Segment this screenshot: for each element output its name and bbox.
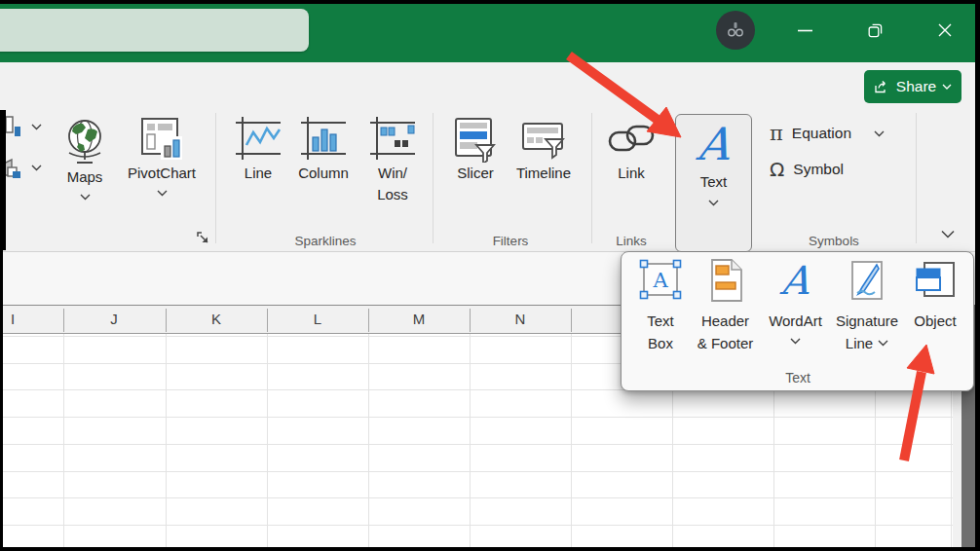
menu-item-text-box[interactable]: A Text Box [631, 258, 690, 354]
column-header[interactable]: L [296, 311, 339, 327]
group-divider [433, 113, 433, 243]
minimize-button[interactable] [787, 14, 822, 47]
close-button[interactable] [927, 14, 962, 47]
links-group-label: Links [597, 234, 665, 248]
chevron-down-icon [708, 200, 719, 206]
chevron-down-icon [790, 338, 801, 345]
menu-item-label: & Footer [697, 332, 754, 354]
header-column-divider [267, 309, 268, 332]
column-header[interactable]: M [397, 311, 440, 327]
symbols-group-label: Symbols [800, 234, 868, 248]
share-button[interactable]: Share [864, 70, 961, 103]
wordart-icon: A [779, 258, 812, 303]
menu-item-label: Signature [836, 310, 898, 332]
globe-icon [61, 116, 108, 166]
menu-item-label: Box [648, 332, 673, 354]
sparkline-column-button[interactable]: Column [290, 116, 357, 184]
grid-line-horizontal [0, 444, 953, 445]
window-edge-left-wide [0, 110, 6, 250]
group-divider [215, 113, 216, 243]
collapse-ribbon-button[interactable] [935, 224, 961, 243]
menu-item-label: Text [647, 310, 674, 332]
grid-line-vertical [368, 334, 369, 547]
grid-line-vertical [267, 334, 268, 547]
chevron-down-icon [874, 130, 885, 137]
sparkline-winloss-label-2: Loss [377, 184, 408, 205]
grid-line-horizontal [0, 497, 953, 498]
sparkline-winloss-icon [368, 116, 417, 163]
equation-icon: π [770, 122, 783, 145]
grid-line-vertical [571, 334, 572, 547]
menu-item-object[interactable]: Object [904, 258, 966, 332]
filters-group-label: Filters [476, 234, 545, 248]
menu-item-signature-line[interactable]: Signature Line [829, 258, 905, 354]
share-label: Share [896, 78, 936, 95]
header-column-divider [63, 309, 64, 332]
pivotchart-label: PivotChart [128, 163, 196, 184]
glasses-icon [724, 19, 747, 41]
group-divider [916, 113, 917, 243]
column-header[interactable]: N [499, 311, 542, 327]
restore-button[interactable] [857, 14, 892, 47]
header-column-divider [470, 309, 471, 332]
sparkline-column-icon [299, 116, 348, 163]
text-button-icon: A [695, 119, 733, 169]
maps-label: Maps [67, 166, 103, 188]
menu-item-label: Line [846, 332, 873, 354]
chevron-down-icon [941, 230, 955, 239]
timeline-button[interactable]: Timeline [508, 116, 580, 184]
symbol-button[interactable]: Ω Symbol [770, 157, 886, 182]
link-icon [606, 116, 657, 163]
menu-item-label: Header [701, 310, 749, 332]
chevron-down-icon [157, 190, 168, 197]
share-icon [874, 80, 890, 94]
sparkline-column-label: Column [298, 163, 349, 184]
column-header[interactable]: J [93, 311, 135, 327]
symbol-icon: Ω [770, 158, 784, 181]
text-button[interactable]: A Text [675, 114, 752, 252]
pivotchart-icon [139, 116, 184, 163]
grid-line-horizontal [0, 525, 953, 526]
grid-line-horizontal [0, 417, 953, 418]
column-header[interactable]: I [0, 311, 34, 327]
account-avatar[interactable] [716, 11, 755, 50]
menu-item-label: Line [846, 332, 888, 354]
signature-line-icon [847, 258, 887, 303]
slicer-button[interactable]: Slicer [449, 116, 502, 184]
chevron-down-icon [31, 165, 42, 171]
chevron-down-icon [878, 340, 888, 347]
text-menu-group-label: Text [764, 370, 832, 386]
grid-line-vertical [166, 334, 167, 547]
chart-type-button-partial[interactable] [0, 154, 45, 183]
grid-line-vertical [470, 334, 471, 547]
column-header[interactable]: K [195, 311, 238, 327]
equation-button[interactable]: π Equation [770, 121, 906, 146]
menu-item-wordart[interactable]: A WordArt [760, 258, 831, 345]
object-icon [913, 258, 958, 303]
menu-item-header-footer[interactable]: Header & Footer [689, 258, 762, 354]
excel-window: Share Maps [0, 0, 980, 551]
charts-dialog-launcher[interactable] [197, 232, 212, 247]
chart-type-button-partial[interactable] [0, 115, 45, 144]
grid-line-horizontal [0, 471, 953, 472]
svg-text:A: A [652, 269, 668, 292]
window-edge-right [975, 0, 980, 551]
maps-button[interactable]: Maps [57, 116, 113, 201]
timeline-icon [520, 116, 567, 163]
chevron-down-icon [80, 194, 91, 201]
pivotchart-button[interactable]: PivotChart [117, 116, 207, 197]
timeline-label: Timeline [516, 163, 571, 184]
restore-icon [868, 23, 883, 38]
sparkline-line-icon [234, 116, 283, 163]
text-dropdown-menu: A Text Box Header & Footer A WordArt [621, 251, 974, 391]
equation-label: Equation [792, 123, 851, 144]
search-input[interactable] [0, 9, 309, 52]
link-button[interactable]: Link [606, 116, 657, 184]
header-column-divider [166, 309, 167, 332]
link-label: Link [618, 163, 645, 184]
sparkline-winloss-button[interactable]: Win/ Loss [364, 116, 421, 205]
sparkline-line-button[interactable]: Line [232, 116, 284, 184]
sparkline-winloss-label-1: Win/ [378, 163, 407, 184]
window-edge-bottom [0, 547, 980, 551]
grid-line-vertical [63, 334, 64, 547]
